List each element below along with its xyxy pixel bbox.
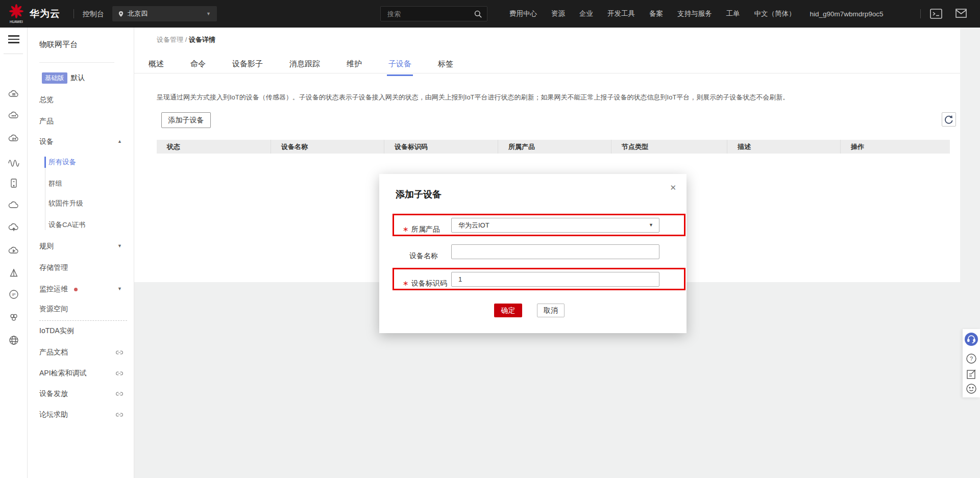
ok-button[interactable]: 确定 xyxy=(494,304,522,317)
sidebar-item-all-devices[interactable]: 所有设备 xyxy=(48,157,126,167)
product-field-label: ∗所属产品 xyxy=(403,224,440,234)
sidebar-item-monitoring[interactable]: 监控运维▼ xyxy=(39,284,126,294)
external-link-icon xyxy=(116,411,123,421)
column-device-name[interactable]: 设备名称 xyxy=(271,140,384,154)
external-link-icon xyxy=(116,348,123,359)
edition-default-label: 默认 xyxy=(71,73,85,82)
menu-ticket[interactable]: 工单 xyxy=(726,9,740,18)
cloud-settings-icon[interactable] xyxy=(8,132,20,144)
menu-devtools[interactable]: 开发工具 xyxy=(607,9,635,18)
column-status[interactable]: 状态 xyxy=(157,140,271,154)
dashed-divider xyxy=(39,320,127,321)
tab-overview[interactable]: 概述 xyxy=(147,59,165,76)
smiley-icon[interactable] xyxy=(965,382,978,395)
column-node-type[interactable]: 节点类型 xyxy=(611,140,727,154)
tab-child-devices[interactable]: 子设备 xyxy=(387,59,413,76)
notification-dot xyxy=(74,288,78,291)
device-identifier-input[interactable] xyxy=(451,272,659,287)
chevron-down-icon: ▼ xyxy=(117,284,122,294)
topbar-divider xyxy=(74,9,74,18)
tab-device-shadow[interactable]: 设备影子 xyxy=(231,59,264,76)
region-selector[interactable]: 北京四 ▼ xyxy=(112,6,217,21)
product-select[interactable]: 华为云IOT ▼ xyxy=(451,218,659,233)
menu-resources[interactable]: 资源 xyxy=(551,9,565,18)
chevron-down-icon: ▼ xyxy=(206,6,211,21)
console-link[interactable]: 控制台 xyxy=(83,0,104,28)
icon-rail: IP xyxy=(0,28,28,478)
tab-maintenance[interactable]: 维护 xyxy=(345,59,363,76)
sidebar-item-resource-space[interactable]: 资源空间 xyxy=(39,304,126,314)
chevron-down-icon: ▼ xyxy=(117,241,122,251)
tab-message-trace[interactable]: 消息跟踪 xyxy=(288,59,322,76)
search-icon[interactable] xyxy=(473,9,483,21)
column-device-identifier[interactable]: 设备标识码 xyxy=(384,140,498,154)
waves-icon[interactable] xyxy=(8,155,20,167)
breadcrumb-current: 设备详情 xyxy=(189,36,215,43)
svg-text:IP: IP xyxy=(12,292,15,297)
column-operation[interactable]: 操作 xyxy=(841,140,950,154)
cloud-upload-icon[interactable] xyxy=(8,221,20,234)
column-description[interactable]: 描述 xyxy=(727,140,841,154)
sidebar-item-iotda-instance[interactable]: IoTDA实例 xyxy=(39,325,126,336)
terminal-icon[interactable] xyxy=(930,9,942,21)
column-product[interactable]: 所属产品 xyxy=(498,140,611,154)
globe-icon[interactable] xyxy=(8,334,20,346)
sidebar-item-device-provisioning[interactable]: 设备发放 xyxy=(39,388,126,398)
brand-name[interactable]: 华为云 xyxy=(30,0,60,28)
cloud-media-icon[interactable] xyxy=(8,244,20,257)
chevron-up-icon: ▲ xyxy=(117,136,122,146)
breadcrumb: 设备管理 / 设备详情 xyxy=(157,35,215,44)
rail-divider xyxy=(4,54,23,54)
svg-text:HUAWEI: HUAWEI xyxy=(10,20,23,23)
external-link-icon xyxy=(116,390,123,400)
sidebar-item-overview[interactable]: 总览 xyxy=(39,94,126,105)
menu-support[interactable]: 支持与服务 xyxy=(677,9,712,18)
close-icon[interactable]: ✕ xyxy=(670,183,676,192)
menu-language[interactable]: 中文（简体） xyxy=(754,9,796,18)
cancel-button[interactable]: 取消 xyxy=(537,304,565,317)
menu-billing[interactable]: 费用中心 xyxy=(509,9,537,18)
customer-service-icon[interactable] xyxy=(965,333,978,346)
device-name-input[interactable] xyxy=(451,244,659,259)
cloud-icon[interactable] xyxy=(8,199,20,211)
topbar-search xyxy=(380,6,487,21)
breadcrumb-parent[interactable]: 设备管理 xyxy=(157,36,183,43)
user-group-icon[interactable] xyxy=(8,311,20,323)
help-icon[interactable]: ? xyxy=(965,352,978,365)
sidebar-item-product-docs[interactable]: 产品文档 xyxy=(39,347,126,357)
sidebar-item-forum-help[interactable]: 论坛求助 xyxy=(39,409,126,419)
account-id[interactable]: hid_g90m7wbmdrp9oc5 xyxy=(810,10,884,18)
sidebar-item-firmware-upgrade[interactable]: 软固件升级 xyxy=(48,198,126,209)
tab-tags[interactable]: 标签 xyxy=(436,59,455,76)
prism-icon[interactable] xyxy=(8,267,20,280)
cloud-dots-icon[interactable] xyxy=(8,109,20,121)
tab-commands[interactable]: 命令 xyxy=(189,59,207,76)
mobile-device-icon[interactable] xyxy=(8,177,20,189)
search-input[interactable] xyxy=(381,7,471,21)
mail-icon[interactable] xyxy=(955,9,967,20)
sidebar: 物联网平台 基础版默认 总览 产品 设备▲ 所有设备 群组 软固件升级 设备CA… xyxy=(28,28,134,478)
huawei-logo-icon[interactable]: HUAWEI xyxy=(6,3,27,24)
add-child-device-button[interactable]: 添加子设备 xyxy=(161,112,211,128)
feedback-icon[interactable] xyxy=(965,368,978,381)
sidebar-item-devices[interactable]: 设备▲ xyxy=(39,136,126,146)
sidebar-item-device-ca-cert[interactable]: 设备CA证书 xyxy=(48,220,126,230)
sidebar-item-groups[interactable]: 群组 xyxy=(48,179,126,189)
sidebar-item-api-explorer[interactable]: API检索和调试 xyxy=(39,368,126,378)
topbar: HUAWEI 华为云 控制台 北京四 ▼ 费用中心 资源 企业 开发工具 备案 … xyxy=(0,0,980,28)
breadcrumb-separator: / xyxy=(185,36,187,43)
hamburger-menu-icon[interactable] xyxy=(8,35,19,43)
sidebar-item-storage[interactable]: 存储管理 xyxy=(39,262,126,272)
region-label: 北京四 xyxy=(128,6,148,21)
edition-badge: 基础版 xyxy=(42,72,67,84)
sidebar-item-rules[interactable]: 规则▼ xyxy=(39,241,126,251)
menu-icp[interactable]: 备案 xyxy=(649,9,663,18)
refresh-button[interactable] xyxy=(942,112,956,127)
external-link-icon xyxy=(116,369,123,380)
add-child-device-dialog: ✕ 添加子设备 ∗所属产品 华为云IOT ▼ 设备名称 ∗设备标识码 确定 取消 xyxy=(379,174,687,333)
menu-enterprise[interactable]: 企业 xyxy=(579,9,593,18)
sidebar-item-products[interactable]: 产品 xyxy=(39,116,126,126)
cloud-server-icon[interactable] xyxy=(8,88,20,100)
device-name-field-label: 设备名称 xyxy=(409,250,438,261)
ip-address-icon[interactable]: IP xyxy=(8,288,20,300)
